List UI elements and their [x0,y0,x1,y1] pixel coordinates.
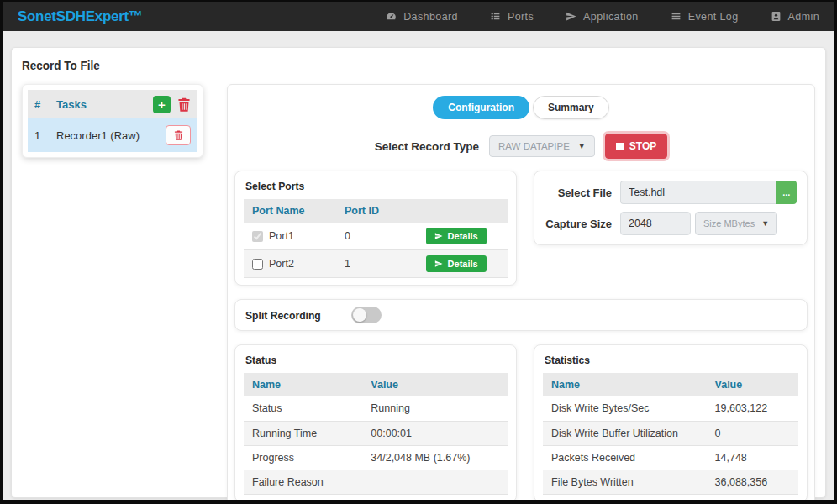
statistics-row-name: File Bytes Written [543,470,707,494]
tasks-panel: # Tasks + 1 Recorder1 (Raw) [22,84,203,158]
status-row: Status Running [244,396,508,421]
record-type-label: Select Record Type [375,140,479,153]
select-ports-card: Select Ports Port Name Port ID [234,171,517,286]
status-table: Name Value Status Running [244,373,508,495]
split-recording-label: Split Recording [245,309,321,322]
stop-square-icon [616,143,624,150]
task-index: 1 [34,129,56,142]
status-row-value [362,470,508,494]
tab-summary[interactable]: Summary [533,96,609,119]
select-ports-title: Select Ports [245,180,304,192]
top-navbar: SonetSDHExpert™ Dashboard Ports Applicat… [3,2,834,31]
ports-col-name: Port Name [244,199,336,223]
toggle-knob [353,308,366,322]
split-recording-card: Split Recording [234,299,808,331]
status-row: Progress 34/2,048 MB (1.67%) [244,445,508,470]
record-type-select[interactable]: RAW DATAPIPE ▼ [489,135,595,157]
statistics-col-value: Value [707,373,798,396]
status-col-value: Value [362,373,508,396]
status-card: Status Name Value [234,344,517,502]
paper-plane-icon [434,260,443,268]
paper-plane-icon [434,232,443,240]
port-name: Port1 [269,230,294,242]
tasks-header: # Tasks + [28,90,197,118]
port-row: Port2 1 Details [244,250,508,278]
statistics-title: Statistics [545,354,590,366]
nav-item-label: Ports [508,11,534,23]
status-title: Status [245,354,276,366]
tab-configuration[interactable]: Configuration [433,96,529,119]
port-row: Port1 0 Details [244,223,508,250]
statistics-row-value: 14,748 [707,445,798,470]
task-name: Recorder1 (Raw) [56,129,166,142]
configuration-panel: Configuration Summary Select Record Type… [227,84,815,504]
stop-button-label: STOP [629,140,656,152]
record-type-value: RAW DATAPIPE [498,141,570,151]
ports-list-icon [490,11,501,22]
paper-plane-icon [566,11,576,22]
record-type-row: Select Record Type RAW DATAPIPE ▼ STOP [234,134,808,159]
status-row-name: Status [244,396,362,421]
status-row-value: 00:00:01 [362,421,508,445]
details-button-label: Details [448,231,478,241]
size-unit-select[interactable]: Size MBytes ▼ [695,212,777,235]
delete-task-button[interactable] [166,125,191,145]
statistics-row-value: 19,603,122 [707,396,798,421]
details-button-label: Details [448,259,478,269]
port1-checkbox[interactable] [252,231,263,242]
status-row-name: Running Time [244,421,362,445]
port-name: Port2 [269,258,294,270]
size-unit-value: Size MBytes [703,218,755,228]
status-col-name: Name [244,373,362,396]
capture-size-input[interactable] [620,212,691,235]
status-row-value: Running [362,396,508,421]
nav-item-admin[interactable]: Admin [771,11,819,23]
stop-button[interactable]: STOP [605,134,667,159]
browse-file-button[interactable]: ... [776,181,797,204]
statistics-row: Packets Received 14,748 [543,445,798,470]
page-content: Record To File # Tasks + 1 Recorder1 (Ra… [3,31,834,498]
nav-item-label: Dashboard [403,11,458,23]
statistics-row: Disk Write Buffer Utilization 0 [543,421,798,445]
nav-item-event-log[interactable]: Event Log [671,11,739,23]
tasks-col-label: Tasks [56,98,153,111]
task-row[interactable]: 1 Recorder1 (Raw) [28,118,197,152]
chevron-down-icon: ▼ [761,219,769,228]
port-id: 0 [336,223,404,250]
statistics-col-name: Name [543,373,707,396]
status-row-name: Failure Reason [244,470,362,494]
statistics-card: Statistics Name Value [534,344,808,502]
port-id: 1 [336,250,404,278]
nav-item-ports[interactable]: Ports [490,11,534,23]
nav-item-application[interactable]: Application [566,11,639,23]
statistics-table: Name Value Disk Write Bytes/Sec 19,603,1… [543,373,798,495]
statistics-row-name: Packets Received [543,445,707,470]
nav-item-dashboard[interactable]: Dashboard [386,11,458,23]
status-row-value: 34/2,048 MB (1.67%) [362,445,508,470]
dashboard-icon [386,11,397,22]
select-file-label: Select File [545,186,612,199]
file-name-input[interactable] [620,181,776,204]
admin-badge-icon [771,11,782,22]
record-to-file-card: Record To File # Tasks + 1 Recorder1 (Ra… [11,47,826,498]
port2-details-button[interactable]: Details [426,255,487,272]
ports-col-id: Port ID [336,199,404,223]
app-window: SonetSDHExpert™ Dashboard Ports Applicat… [0,0,837,504]
port2-checkbox[interactable] [252,259,263,270]
add-task-button[interactable]: + [153,96,171,113]
statistics-row-value: 36,088,356 [707,470,798,494]
ports-table: Port Name Port ID Por [244,199,508,278]
event-log-icon [671,11,682,22]
statistics-row: File Bytes Written 36,088,356 [543,470,798,494]
statistics-row-value: 0 [707,421,798,445]
capture-size-label: Capture Size [545,218,612,230]
delete-all-tasks-icon[interactable] [177,97,191,112]
chevron-down-icon: ▼ [578,142,586,150]
split-recording-toggle[interactable] [351,307,382,323]
statistics-row-name: Disk Write Bytes/Sec [543,396,707,421]
port1-details-button[interactable]: Details [426,228,487,244]
nav-item-label: Application [583,11,639,23]
nav-item-label: Admin [788,11,819,23]
tab-bar: Configuration Summary [234,96,808,119]
statistics-row-name: Disk Write Buffer Utilization [543,421,707,445]
